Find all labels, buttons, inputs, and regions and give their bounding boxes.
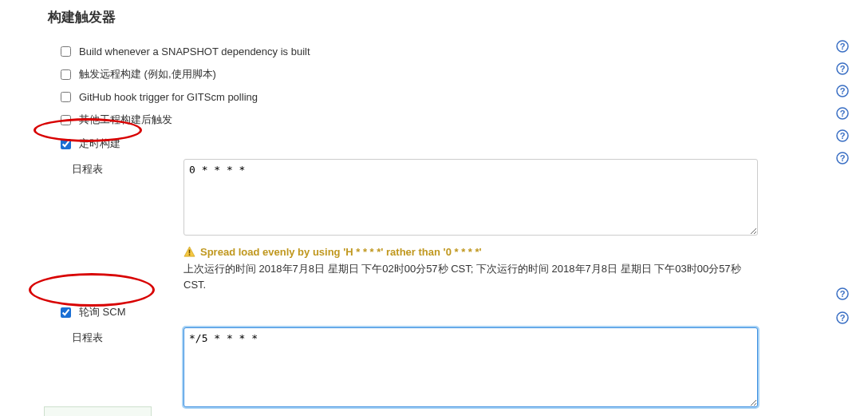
help-icon[interactable]: ? (836, 40, 849, 55)
timer-schedule-label: 日程表 (72, 159, 183, 292)
svg-text:?: ? (840, 42, 846, 51)
label-scm: 轮询 SCM (71, 305, 126, 319)
label-upstream: 其他工程构建后触发 (71, 113, 172, 127)
timer-schedule-area: 日程表 Spread load evenly by using 'H * * *… (0, 156, 868, 292)
trigger-row-scm: 轮询 SCM ? (0, 300, 868, 324)
bottom-highlight-box (44, 406, 152, 416)
trigger-row-remote: 触发远程构建 (例如,使用脚本) ? (0, 62, 868, 86)
help-icon[interactable]: ? (836, 62, 849, 77)
checkbox-snapshot[interactable] (61, 46, 71, 57)
timer-warning-text: Spread load evenly by using 'H * * * *' … (200, 246, 482, 258)
label-remote: 触发远程构建 (例如,使用脚本) (71, 67, 216, 81)
help-icon[interactable]: ? (836, 311, 849, 327)
help-icon[interactable]: ? (836, 129, 849, 145)
checkbox-timer[interactable] (61, 139, 71, 149)
help-icon[interactable]: ? (836, 107, 849, 122)
help-icon[interactable]: ? (836, 85, 849, 100)
svg-text:?: ? (840, 86, 846, 96)
section-title: 构建触发器 (0, 0, 868, 41)
checkbox-remote[interactable] (61, 69, 71, 80)
svg-text:?: ? (840, 153, 846, 163)
help-icon[interactable]: ? (836, 152, 849, 167)
warning-icon (183, 246, 195, 258)
timer-schedule-input[interactable] (183, 159, 758, 236)
timer-info-text: 上次运行的时间 2018年7月8日 星期日 下午02时00分57秒 CST; 下… (183, 261, 758, 292)
svg-text:?: ? (840, 289, 846, 299)
help-icon[interactable]: ? (836, 287, 849, 303)
svg-text:?: ? (840, 131, 846, 141)
svg-rect-12 (189, 254, 191, 256)
label-timer: 定时构建 (71, 137, 120, 151)
scm-schedule-area: 日程表 无计划，因此只有被 post-commit 钩子触发后运行 ? (0, 324, 868, 416)
trigger-row-github: GitHub hook trigger for GITScm polling ? (0, 86, 868, 108)
checkbox-github[interactable] (61, 92, 71, 102)
svg-text:?: ? (840, 109, 846, 118)
svg-text:?: ? (840, 64, 846, 73)
checkbox-scm[interactable] (61, 307, 71, 318)
trigger-row-upstream: 其他工程构建后触发 ? (0, 108, 868, 132)
scm-schedule-label: 日程表 (72, 327, 183, 416)
svg-rect-11 (189, 250, 191, 254)
trigger-row-snapshot: Build whenever a SNAPSHOT dependency is … (0, 41, 868, 62)
trigger-row-timer: 定时构建 ? (0, 132, 868, 156)
label-github: GitHub hook trigger for GITScm polling (71, 91, 258, 103)
checkbox-upstream[interactable] (61, 115, 71, 125)
scm-schedule-input[interactable] (183, 327, 758, 407)
timer-warning: Spread load evenly by using 'H * * * *' … (183, 246, 817, 258)
label-snapshot: Build whenever a SNAPSHOT dependency is … (71, 46, 310, 57)
svg-text:?: ? (840, 313, 846, 323)
